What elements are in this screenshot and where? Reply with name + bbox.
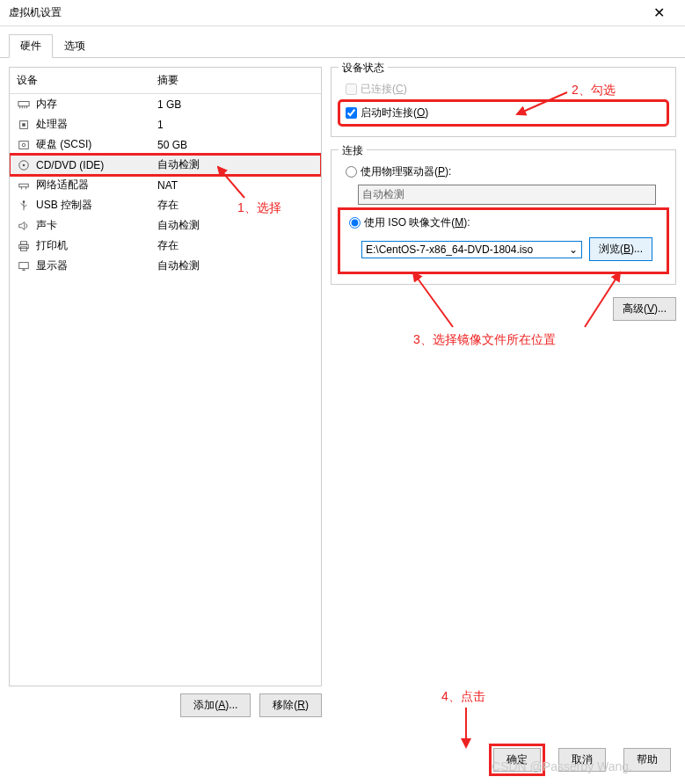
use-physical-radio[interactable] — [346, 166, 357, 178]
connected-label: 已连接(C) — [361, 82, 407, 97]
device-row-sound[interactable]: 声卡 自动检测 — [10, 215, 321, 236]
svg-rect-7 — [19, 141, 29, 149]
device-row-memory[interactable]: 内存 1 GB — [10, 94, 321, 114]
connection-legend: 连接 — [339, 143, 367, 158]
use-iso-label: 使用 ISO 映像文件(M): — [364, 215, 470, 230]
svg-rect-19 — [21, 241, 27, 244]
device-row-network[interactable]: 网络适配器 NAT — [10, 175, 321, 195]
close-icon[interactable]: ✕ — [641, 4, 676, 21]
device-row-cddvd[interactable]: CD/DVD (IDE) 自动检测 — [10, 155, 321, 175]
help-button[interactable]: 帮助 — [623, 748, 671, 772]
use-physical-label: 使用物理驱动器(P): — [361, 164, 451, 179]
connection-group: 连接 使用物理驱动器(P): 自动检测 使用 ISO 映像文件(M): E:\C… — [331, 149, 676, 285]
usb-icon — [17, 200, 31, 212]
tab-hardware[interactable]: 硬件 — [9, 34, 53, 58]
add-button[interactable]: 添加(A)... — [180, 693, 251, 717]
memory-icon — [17, 98, 31, 111]
svg-rect-0 — [18, 101, 29, 105]
tab-strip: 硬件 选项 — [0, 26, 685, 58]
svg-point-15 — [23, 200, 26, 203]
iso-path-combo[interactable]: E:\CentOS-7-x86_64-DVD-1804.iso ⌄ — [361, 241, 582, 258]
header-device: 设备 — [17, 73, 157, 88]
connected-checkbox — [346, 83, 357, 95]
connect-at-poweron-label: 启动时连接(O) — [361, 105, 428, 120]
sound-icon — [17, 220, 31, 232]
device-row-cpu[interactable]: 处理器 1 — [10, 114, 321, 134]
window-title: 虚拟机设置 — [9, 5, 641, 20]
display-icon — [17, 260, 31, 272]
dialog-footer: 确定 取消 帮助 — [493, 748, 671, 772]
svg-marker-18 — [19, 221, 25, 229]
svg-line-16 — [21, 203, 25, 206]
tab-options[interactable]: 选项 — [53, 34, 97, 58]
title-bar: 虚拟机设置 ✕ — [0, 0, 685, 26]
svg-rect-11 — [19, 184, 29, 187]
disk-icon — [17, 139, 31, 151]
ok-button[interactable]: 确定 — [493, 748, 541, 772]
device-row-usb[interactable]: USB 控制器 存在 — [10, 195, 321, 215]
device-table-header: 设备 摘要 — [10, 68, 321, 94]
use-iso-radio[interactable] — [349, 217, 361, 229]
physical-drive-combo[interactable]: 自动检测 — [358, 185, 656, 205]
device-row-disk[interactable]: 硬盘 (SCSI) 50 GB — [10, 134, 321, 155]
browse-button[interactable]: 浏览(B)... — [589, 237, 652, 261]
connect-at-poweron-checkbox[interactable] — [346, 107, 357, 119]
device-status-legend: 设备状态 — [339, 61, 388, 76]
advanced-button[interactable]: 高级(V)... — [613, 297, 676, 321]
device-row-display[interactable]: 显示器 自动检测 — [10, 256, 321, 276]
device-table: 设备 摘要 内存 1 GB 处理器 1 硬盘 (SCSI) 50 GB CD/D… — [9, 67, 322, 686]
cancel-button[interactable]: 取消 — [558, 748, 606, 772]
svg-point-10 — [23, 163, 26, 166]
svg-rect-22 — [19, 262, 29, 268]
device-status-group: 设备状态 已连接(C) 启动时连接(O) — [331, 67, 676, 137]
printer-icon — [17, 240, 31, 252]
header-summary: 摘要 — [157, 73, 314, 88]
cpu-icon — [17, 119, 31, 131]
remove-button[interactable]: 移除(R) — [259, 693, 322, 717]
cddvd-icon — [17, 159, 31, 171]
network-icon — [17, 179, 31, 192]
chevron-down-icon: ⌄ — [569, 243, 578, 256]
svg-point-8 — [22, 143, 26, 147]
svg-line-17 — [24, 205, 27, 207]
svg-rect-6 — [22, 123, 26, 127]
device-row-printer[interactable]: 打印机 存在 — [10, 236, 321, 256]
